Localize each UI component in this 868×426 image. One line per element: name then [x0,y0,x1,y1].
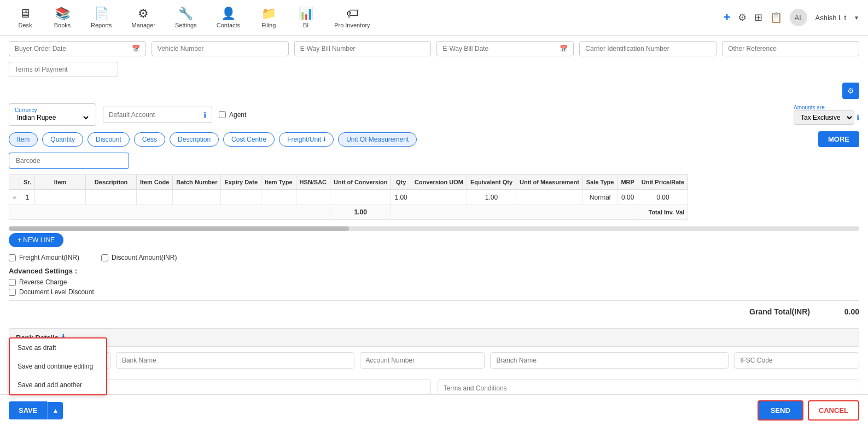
save-dropdown-toggle[interactable]: ▲ [47,402,63,419]
eway-bill-number-input[interactable] [300,45,426,52]
discount-amount-checkbox[interactable] [101,254,108,261]
nav-contacts[interactable]: 👤 Contacts [209,2,248,33]
row-item-input[interactable] [38,193,82,201]
buyer-order-date-field[interactable]: 📅 [9,41,146,56]
default-account-field[interactable]: ℹ [103,107,212,123]
nav-filing[interactable]: 📁 Filing [252,2,285,33]
ifsc-code-input[interactable] [740,357,853,364]
nav-books[interactable]: 📚 Books [46,2,79,33]
nav-bi[interactable]: 📊 BI [289,2,322,33]
right-actions: SEND CANCEL [758,400,859,421]
agent-checkbox[interactable] [219,111,226,118]
col-equivalent-qty: Equivalent Qty [467,175,516,190]
terms-of-payment-field[interactable] [9,62,118,77]
carrier-id-field[interactable] [579,41,716,56]
form-row-2 [9,62,859,77]
account-info-icon[interactable]: ℹ [203,110,206,119]
chip-freight-unit[interactable]: Freight/Unit ℹ [279,132,334,147]
chip-cost-centre[interactable]: Cost Centre [223,132,275,147]
new-line-button[interactable]: + NEW LINE [9,233,63,247]
reverse-charge-checkbox[interactable] [9,279,16,286]
eway-bill-number-field[interactable] [294,41,432,56]
amounts-are-dropdown[interactable]: Tax Exclusive [794,110,854,125]
cancel-button[interactable]: CANCEL [808,400,859,421]
save-as-draft-option[interactable]: Save as draft [10,339,106,357]
buyer-order-date-input[interactable] [15,45,132,52]
row-equivalent-qty[interactable]: 1.00 [467,190,516,205]
bank-fields: ▼ [9,347,859,374]
chip-cess[interactable]: Cess [134,132,165,147]
other-reference-input[interactable] [728,45,853,52]
chip-description[interactable]: Description [170,132,219,147]
row-description-input[interactable] [89,193,133,201]
ifsc-code-field[interactable] [734,352,859,369]
row-sale-type[interactable]: Normal [582,190,617,205]
freight-info-icon[interactable]: ℹ [323,136,325,143]
chip-quantity[interactable]: Quantity [42,132,83,147]
row-expiry-date[interactable] [221,190,261,205]
row-item-type[interactable] [261,190,296,205]
col-drag [9,175,20,190]
barcode-input[interactable] [9,153,129,169]
row-item-code[interactable] [137,190,173,205]
user-avatar[interactable]: AL [790,9,807,26]
terms-of-payment-input[interactable] [15,66,112,73]
account-number-field[interactable] [360,352,485,369]
chip-uom[interactable]: Unit Of Measurement [338,132,417,147]
row-hsn-sac[interactable] [296,190,330,205]
branch-name-input[interactable] [496,357,723,364]
eway-bill-date-input[interactable] [442,45,560,52]
save-button[interactable]: SAVE [9,401,47,419]
row-mrp[interactable]: 0.00 [617,190,638,205]
row-conversion-uom[interactable] [411,190,467,205]
col-batch-number: Batch Number [173,175,221,190]
col-mrp: MRP [617,175,638,190]
dropdown-arrow-icon[interactable]: ▼ [854,15,859,21]
col-hsn-sac: HSN/SAC [296,175,330,190]
row-item[interactable] [35,190,86,205]
table-scrollbar[interactable] [9,226,859,231]
column-settings-button[interactable]: ⚙ [842,83,859,99]
row-unit-price[interactable]: 0.00 [638,190,688,205]
chip-item[interactable]: Item [9,132,38,147]
carrier-id-input[interactable] [585,45,710,52]
row-unit-measurement[interactable] [516,190,583,205]
bank-name-field[interactable] [116,352,354,369]
vehicle-number-input[interactable] [158,45,283,52]
eway-bill-date-field[interactable]: 📅 [436,41,574,56]
freight-amount-checkbox[interactable] [9,254,16,261]
account-number-input[interactable] [366,357,479,364]
vehicle-number-field[interactable] [152,41,289,56]
save-another-option[interactable]: Save and add another [10,376,106,394]
nav-manager[interactable]: ⚙ Manager [124,2,163,33]
nav-desk[interactable]: 🖥 Desk [9,2,42,33]
more-button[interactable]: MORE [818,131,859,147]
row-batch-number[interactable] [173,190,221,205]
nav-settings[interactable]: 🔧 Settings [167,2,205,33]
nav-reports[interactable]: 📄 Reports [83,2,120,33]
document-icon[interactable]: 📋 [770,11,782,24]
default-account-input[interactable] [109,111,200,119]
row-unit-conversion[interactable] [330,190,391,205]
nav-pro-inventory[interactable]: 🏷 Pro Inventory [327,2,377,33]
other-reference-field[interactable] [722,41,859,56]
row-description[interactable] [86,190,137,205]
chip-discount[interactable]: Discount [88,132,130,147]
grand-total-row: Grand Total(INR) 0.00 [9,300,859,323]
add-new-button[interactable]: + [724,10,731,25]
branch-name-field[interactable] [490,352,729,369]
currency-select-field[interactable]: Currency Indian Rupee [9,103,96,126]
row-drag-handle[interactable]: ≡ [9,190,20,205]
grid-icon[interactable]: ⊞ [754,11,762,24]
col-item-type: Item Type [261,175,296,190]
nav-manager-label: Manager [132,22,155,28]
amounts-info-icon[interactable]: ℹ [857,113,859,122]
currency-dropdown[interactable]: Indian Rupee [15,113,90,122]
bank-name-input[interactable] [122,357,348,364]
settings-gear-icon[interactable]: ⚙ [738,11,747,24]
save-continue-option[interactable]: Save and continue editing [10,357,106,376]
send-button[interactable]: SEND [758,400,803,421]
row-qty[interactable]: 1.00 [391,190,411,205]
doc-discount-checkbox[interactable] [9,289,16,296]
new-line-row: + NEW LINE [9,233,859,247]
